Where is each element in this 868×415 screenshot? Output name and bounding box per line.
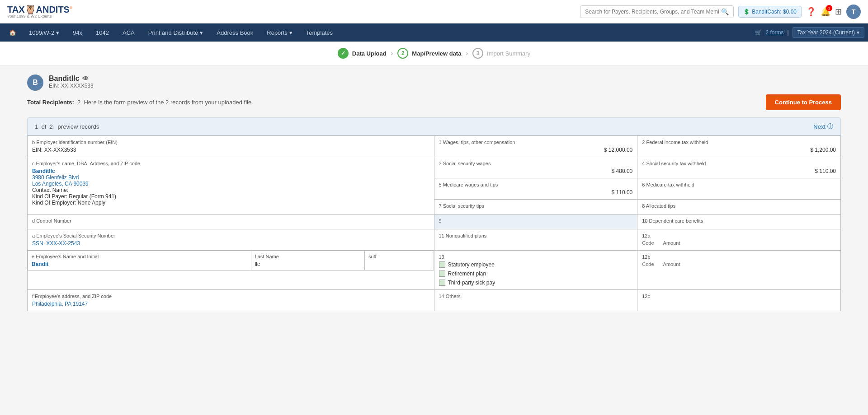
field-c-cell: c Employer's name, DBA, Address, and ZIP… — [28, 157, 434, 214]
next-link[interactable]: Next ⓘ — [813, 122, 833, 131]
box12b-label: 12b — [642, 254, 836, 260]
box3-label: 3 Social security wages — [439, 161, 633, 166]
nav-label-1042: 1042 — [96, 29, 109, 36]
step-3-label: Import Summary — [487, 50, 530, 57]
box12a-label: 12a — [642, 233, 836, 238]
preview-bar: 1 of 2 preview records Next ⓘ — [27, 117, 841, 135]
step-3: 3 Import Summary — [472, 48, 530, 59]
step-arrow-2: › — [466, 50, 468, 57]
search-bar[interactable]: 🔍 — [580, 5, 734, 18]
search-input[interactable] — [585, 9, 719, 15]
description-text: Here is the form preview of the 2 record… — [84, 99, 253, 106]
nav-label-aca: ACA — [123, 29, 135, 36]
forms-link[interactable]: 2 forms — [765, 29, 783, 36]
table-row-1: b Employer identification number (EIN) E… — [28, 136, 841, 157]
box12a-cell: 12a Code Amount — [637, 229, 841, 251]
box12b-cell: 12b Code Amount — [637, 251, 841, 290]
field-e-row: e Employee's Name and Initial Bandit Las… — [28, 251, 434, 290]
dropdown-arrow-reports: ▾ — [289, 29, 292, 36]
continue-to-process-button[interactable]: Continue to Process — [766, 94, 841, 110]
avatar[interactable]: T — [846, 5, 861, 19]
nav-item-templates[interactable]: Templates — [300, 23, 339, 42]
field-e-label: e Employee's Name and Initial — [32, 254, 247, 259]
name-label-cell: e Employee's Name and Initial Bandit — [28, 251, 251, 270]
box2-cell: 2 Federal income tax withheld $ 1,200.00 — [637, 136, 841, 157]
preview-label: preview records — [58, 123, 99, 130]
step-2: 2 Map/Preview data — [397, 48, 461, 59]
suff-label: suff — [368, 254, 430, 259]
nav-label-address-book: Address Book — [217, 29, 253, 36]
step-2-circle: 2 — [397, 48, 408, 59]
nav-item-1099w2[interactable]: 1099/W-2 ▾ — [23, 23, 66, 42]
box5-amount: $ 110.00 — [439, 189, 633, 196]
nav-item-1042[interactable]: 1042 — [90, 23, 115, 42]
nav-label-templates: Templates — [306, 29, 333, 36]
step-arrow-1: › — [391, 50, 393, 57]
separator: | — [787, 29, 788, 36]
box12a-code-amount: Code Amount — [642, 240, 836, 246]
bandit-cash-button[interactable]: 💲 BanditCash: $0.00 — [738, 6, 802, 18]
field-c-address1: 3980 Glenfeliz Blvd — [32, 174, 429, 181]
nav-label-1099w2: 1099/W-2 — [29, 29, 54, 36]
nav-label-reports: Reports — [267, 29, 288, 36]
dropdown-arrow-print: ▾ — [200, 29, 203, 36]
logo: TAX🦉ANDITS® Your 1099 & W2 Experts — [7, 5, 72, 19]
statutory-row: Statutory employee — [439, 261, 633, 268]
nav-item-address-book[interactable]: Address Book — [210, 23, 259, 42]
step-2-label: Map/Preview data — [412, 50, 461, 57]
box13-cell: 13 Statutory employee Retirement plan Th… — [434, 251, 637, 290]
box3-cell: 3 Social security wages $ 480.00 — [434, 157, 637, 178]
retirement-checkbox[interactable] — [439, 270, 445, 277]
header: TAX🦉ANDITS® Your 1099 & W2 Experts 🔍 💲 B… — [0, 0, 868, 23]
preview-total: 2 — [50, 123, 53, 130]
field-d-cell: d Control Number — [28, 214, 434, 229]
statutory-label: Statutory employee — [448, 261, 495, 268]
box12b-amount: Amount — [663, 261, 680, 267]
statutory-checkbox[interactable] — [439, 261, 445, 268]
step-3-circle: 3 — [472, 48, 483, 59]
nav-item-aca[interactable]: ACA — [116, 23, 141, 42]
box6-label: 6 Medicare tax withheld — [642, 182, 836, 187]
company-avatar: B — [27, 75, 43, 91]
field-a-ssn: SSN: XXX-XX-2543 — [32, 240, 429, 247]
home-icon: 🏠 — [9, 29, 16, 36]
notification-button[interactable]: 🔔 1 — [821, 7, 830, 17]
nav-item-reports[interactable]: Reports ▾ — [260, 23, 299, 42]
box10-cell: 10 Dependent care benefits — [637, 214, 841, 229]
field-e-value: Bandit — [32, 261, 247, 267]
field-c-address2: Los Angeles, CA 90039 — [32, 181, 429, 187]
nav-item-print-distribute[interactable]: Print and Distribute ▾ — [142, 23, 210, 42]
total-recipients-text: Total Recipients: 2 Here is the form pre… — [27, 99, 253, 106]
grid-button[interactable]: ⊞ — [835, 7, 842, 17]
field-b-value: EIN: XX-XXX3533 — [32, 147, 429, 153]
nav-label-94x: 94x — [73, 29, 82, 36]
field-f-cell: f Employee's address, and ZIP code Phila… — [28, 290, 434, 311]
box8-cell: 8 Allocated tips — [637, 200, 841, 214]
field-c-name: Banditllc — [32, 168, 429, 174]
thirdparty-row: Third-party sick pay — [439, 280, 633, 286]
box1-amount: $ 12,000.00 — [439, 147, 633, 153]
field-b-label: b Employer identification number (EIN) — [32, 140, 429, 145]
thirdparty-checkbox[interactable] — [439, 280, 445, 286]
dollar-icon: 💲 — [743, 9, 750, 15]
nav-item-94x[interactable]: 94x — [66, 23, 89, 42]
eye-icon[interactable]: 👁 — [82, 75, 89, 82]
help-button[interactable]: ❓ — [806, 7, 816, 17]
box12c-label: 12c — [642, 294, 836, 299]
box6-cell: 6 Medicare tax withheld — [637, 178, 841, 200]
box5-cell: 5 Medicare wages and tips $ 110.00 — [434, 178, 637, 200]
field-f-value: Philadelphia, PA 19147 — [32, 301, 429, 307]
tax-year-button[interactable]: Tax Year 2024 (Current) ▾ — [793, 27, 864, 38]
thirdparty-label: Third-party sick pay — [448, 280, 495, 286]
box4-cell: 4 Social security tax withheld $ 110.00 — [637, 157, 841, 178]
field-c-payer: Kind Of Payer: Regular (Form 941) — [32, 193, 429, 200]
box4-label: 4 Social security tax withheld — [642, 161, 836, 166]
table-row-8: f Employee's address, and ZIP code Phila… — [28, 290, 841, 311]
nav-home[interactable]: 🏠 — [4, 23, 22, 42]
stepper: ✓ Data Upload › 2 Map/Preview data › 3 I… — [0, 42, 868, 65]
checkbox-area: Statutory employee Retirement plan Third… — [439, 261, 633, 286]
preview-current: 1 — [35, 123, 38, 130]
box12a-amount: Amount — [663, 240, 680, 246]
main-content: B Banditllc 👁 EIN: XX-XXXX533 Total Reci… — [0, 65, 868, 320]
info-icon: ⓘ — [827, 122, 833, 131]
